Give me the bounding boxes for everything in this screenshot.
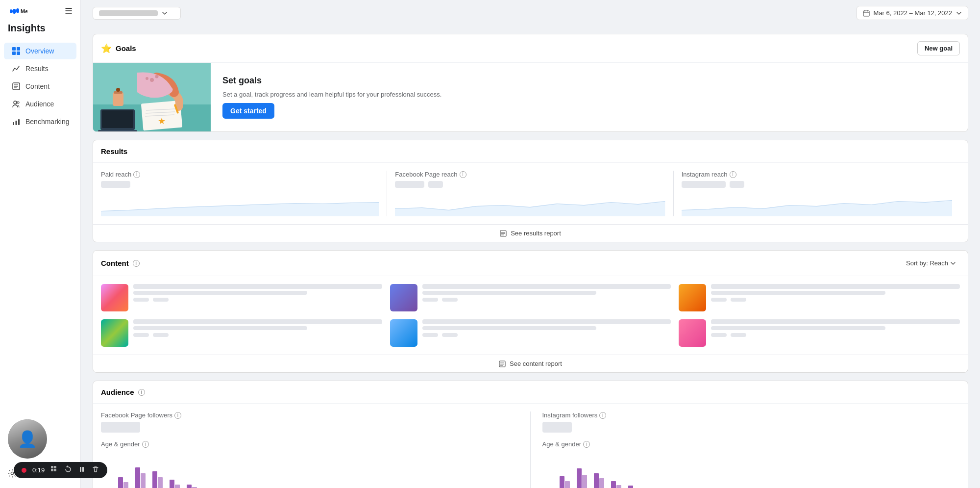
audience-ig-col: Instagram followers i Age & gender i [531, 411, 960, 488]
svg-point-46 [146, 77, 148, 80]
content-label: Content [25, 82, 49, 90]
content-thumb-2 [390, 284, 417, 311]
svg-rect-78 [560, 476, 564, 488]
goals-illustration-svg: ★ [93, 63, 211, 131]
page-name-blur [99, 10, 158, 16]
undo-rec-icon[interactable] [64, 465, 72, 475]
svg-rect-80 [577, 468, 582, 488]
audience-card-header: Audience i [93, 381, 968, 404]
svg-rect-25 [51, 469, 53, 471]
fb-followers-info-icon[interactable]: i [174, 412, 181, 419]
goals-card-body: ★ [93, 63, 968, 131]
paid-reach-value [101, 181, 130, 188]
svg-rect-2 [17, 47, 20, 51]
calendar-icon [863, 10, 870, 17]
recording-bar: 0:19 [14, 462, 107, 478]
hamburger-icon[interactable]: ☰ [65, 6, 73, 17]
results-icon [12, 64, 21, 73]
svg-text:★: ★ [158, 116, 166, 126]
see-content-report-text: See content report [510, 360, 562, 367]
ig-followers-info-icon[interactable]: i [599, 412, 606, 419]
content-thumb-5 [390, 319, 417, 347]
content-meta-5 [422, 319, 671, 337]
fb-reach-info-icon[interactable]: i [460, 171, 466, 178]
content-meta-2 [422, 284, 671, 302]
sidebar-item-content[interactable]: Content [4, 78, 76, 95]
sidebar-item-audience[interactable]: Audience [4, 96, 76, 112]
see-results-report-button[interactable]: See results report [93, 224, 968, 242]
sidebar-item-results[interactable]: Results [4, 60, 76, 77]
svg-point-43 [116, 88, 120, 92]
avatar: 👤 [8, 419, 47, 459]
svg-rect-61 [152, 471, 157, 488]
results-grid: Paid reach i F [93, 163, 968, 224]
svg-rect-58 [123, 482, 128, 488]
content-item-6 [679, 319, 960, 347]
benchmarking-label: Benchmarking [25, 118, 70, 126]
ig-reach-label: Instagram reach i [682, 171, 952, 178]
ig-age-gender-chart: 13-17 18-24 25-34 35-44 45-54 55-64 65+ [542, 453, 960, 488]
content-meta-1 [133, 284, 382, 302]
svg-rect-34 [98, 130, 137, 131]
ig-reach-value-row [682, 181, 952, 188]
grid-rec-icon[interactable] [50, 465, 58, 475]
overview-label: Overview [25, 47, 54, 55]
page-selector-dropdown-icon [162, 10, 168, 16]
results-card: Results Paid reach i [93, 140, 968, 242]
svg-rect-3 [12, 51, 16, 55]
content-icon [12, 82, 21, 91]
content-info-icon[interactable]: i [133, 260, 140, 267]
results-report-icon [500, 230, 507, 237]
ig-followers-label: Instagram followers i [542, 411, 960, 419]
sort-dropdown[interactable]: Sort by: Reach [902, 257, 960, 269]
fb-reach-value [395, 181, 424, 188]
new-goal-button[interactable]: New goal [917, 41, 960, 55]
ig-age-gender-info-icon[interactable]: i [583, 441, 590, 448]
svg-point-45 [155, 75, 159, 78]
results-label: Results [25, 65, 49, 73]
sidebar-nav: Overview Results Content Audi [0, 40, 80, 413]
overview-icon [12, 47, 21, 55]
set-goals-title: Set goals [222, 76, 441, 86]
fb-age-gender-chart: 13-17 18-24 25-34 35-44 45-54 55-64 65+ [101, 453, 518, 488]
delete-rec-icon[interactable] [92, 465, 99, 475]
fb-followers-value [101, 422, 140, 433]
fb-reach-label: Facebook Page reach i [395, 171, 665, 178]
ig-reach-info-icon[interactable]: i [730, 171, 736, 178]
audience-section-title: Audience [101, 388, 134, 396]
get-started-button[interactable]: Get started [222, 103, 274, 119]
main-content: Mar 6, 2022 – Mar 12, 2022 ⭐ Goals New g… [81, 0, 980, 488]
sidebar-item-overview[interactable]: Overview [4, 43, 76, 59]
svg-rect-24 [54, 466, 56, 468]
metric-ig-reach: Instagram reach i [674, 171, 960, 216]
date-dropdown-icon [956, 10, 962, 16]
fb-age-gender-label: Age & gender i [101, 440, 518, 448]
audience-icon [12, 100, 21, 108]
svg-point-44 [150, 78, 154, 82]
pause-rec-icon[interactable] [78, 465, 86, 475]
svg-rect-33 [102, 110, 133, 128]
svg-rect-4 [17, 51, 20, 55]
user-area: 👤 [0, 413, 80, 464]
svg-rect-13 [18, 119, 20, 125]
see-content-report-button[interactable]: See content report [93, 355, 968, 372]
ig-reach-value [682, 181, 726, 188]
fb-reach-chart [395, 192, 665, 216]
svg-rect-63 [170, 480, 174, 488]
content-item-3 [679, 284, 960, 311]
fb-age-gender-info-icon[interactable]: i [142, 441, 149, 448]
paid-reach-info-icon[interactable]: i [133, 171, 140, 178]
svg-rect-81 [582, 475, 587, 488]
content-thumb-1 [101, 284, 128, 311]
page-selector[interactable] [93, 7, 181, 20]
svg-rect-64 [175, 485, 180, 488]
content-item-5 [390, 319, 671, 347]
audience-info-icon[interactable]: i [138, 389, 145, 396]
content-meta-3 [711, 284, 960, 302]
content-meta-6 [711, 319, 960, 337]
fb-reach-badge [428, 181, 443, 188]
svg-point-9 [14, 101, 17, 104]
sidebar-item-benchmarking[interactable]: Benchmarking [4, 113, 76, 130]
audience-fb-col: Facebook Page followers i Age & gender i [101, 411, 531, 488]
date-picker[interactable]: Mar 6, 2022 – Mar 12, 2022 [857, 6, 968, 20]
